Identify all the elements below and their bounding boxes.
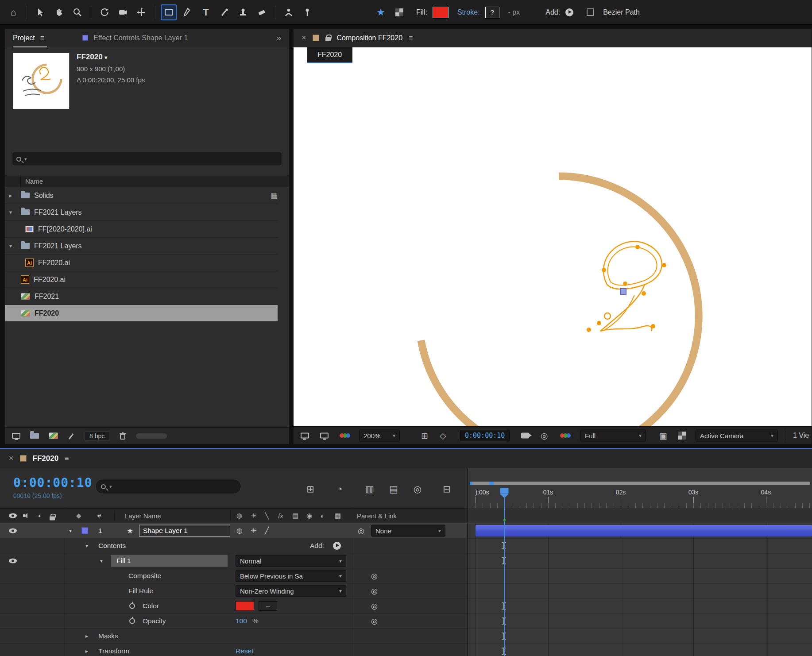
transparency-grid-button[interactable] <box>391 4 407 20</box>
timeline-tracks[interactable]: ):00s 01s 02s 03s 04s <box>468 468 812 656</box>
show-snapshot-icon[interactable]: ◎ <box>541 430 548 440</box>
quality-switch-icon[interactable]: ╲ <box>265 512 269 520</box>
close-panel-icon[interactable]: × <box>9 454 14 463</box>
project-item-ff2021-layers[interactable]: ▾ FF2021 Layers <box>5 204 278 221</box>
collapse-icon[interactable]: ▾ <box>5 243 16 249</box>
roto-brush-tool-icon[interactable] <box>281 4 297 20</box>
grid-guides-icon[interactable]: ⊞ <box>421 430 428 440</box>
masks-row[interactable]: ▸ Masks <box>0 629 467 644</box>
layer-shy-switch[interactable]: ◍ <box>236 527 243 535</box>
pen-tool-icon[interactable] <box>179 4 195 20</box>
resolution-select[interactable]: Full ▾ <box>580 429 646 441</box>
comp-name[interactable]: FF2020 ▾ <box>77 53 145 62</box>
parent-select[interactable]: None ▾ <box>371 525 445 536</box>
panel-menu-icon[interactable]: ≡ <box>65 455 69 463</box>
new-folder-icon[interactable] <box>30 433 39 439</box>
fill-rule-select[interactable]: Non-Zero Winding ▾ <box>236 585 346 597</box>
fill-row[interactable]: ▾ Fill 1 Normal ▾ <box>0 553 467 568</box>
masks-expand-icon[interactable]: ▸ <box>85 633 88 639</box>
project-item-ff2020-selected[interactable]: FF2020 <box>5 305 278 322</box>
layer-name-column-label[interactable]: Layer Name <box>125 512 161 520</box>
shy-switch-icon[interactable]: ◍ <box>236 512 242 520</box>
navigator-playhead-marker[interactable] <box>489 482 494 485</box>
time-navigator[interactable] <box>470 482 810 485</box>
comp-thumbnail[interactable] <box>13 53 70 109</box>
number-column-label[interactable]: # <box>97 512 101 520</box>
fill-name-box[interactable]: Fill 1 <box>111 555 228 567</box>
delete-icon[interactable] <box>119 432 126 440</box>
motion-blur-icon[interactable]: ◎ <box>411 482 424 496</box>
expand-icon[interactable]: ▸ <box>5 192 16 199</box>
color-depth-button[interactable]: 8 bpc <box>85 431 109 441</box>
comp-label-color[interactable] <box>20 455 27 462</box>
home-icon[interactable]: ⌂ <box>5 4 21 20</box>
channel-icon[interactable] <box>560 433 565 438</box>
new-composition-icon[interactable] <box>49 432 58 439</box>
blend-mode-select[interactable]: Normal ▾ <box>236 555 346 567</box>
rectangle-tool-icon[interactable] <box>161 4 177 20</box>
opacity-value[interactable]: 100 <box>236 617 247 625</box>
opacity-row[interactable]: Opacity 100 % ◎ <box>0 614 467 629</box>
puppet-pin-tool-icon[interactable] <box>299 4 315 20</box>
current-time-indicator-line[interactable] <box>504 498 505 656</box>
layer-expand-icon[interactable]: ▾ <box>69 528 72 534</box>
tab-effect-controls[interactable]: Effect Controls Shape Layer 1 <box>93 34 188 42</box>
layer-visibility-toggle[interactable] <box>9 528 17 533</box>
magnification-icon[interactable] <box>301 432 309 438</box>
tab-project[interactable]: Project ≡ <box>13 29 47 47</box>
collapse-switch-icon[interactable]: ☀ <box>251 512 256 520</box>
viewer-title[interactable]: Composition FF2020 <box>337 34 403 42</box>
audio-column-icon[interactable] <box>23 513 29 518</box>
parent-pick-whip-icon[interactable]: ◎ <box>358 526 364 535</box>
camera-tool-icon[interactable] <box>115 4 131 20</box>
view-layout-select[interactable]: 1 Vie <box>793 432 809 440</box>
add-shape-icon[interactable] <box>565 8 573 16</box>
fill-color-swatch[interactable] <box>433 7 449 18</box>
solo-column-icon[interactable]: ● <box>38 513 41 518</box>
transparency-grid-icon[interactable] <box>678 432 686 440</box>
comp-name-caret-icon[interactable]: ▾ <box>104 54 107 61</box>
selection-tool-icon[interactable] <box>32 4 48 20</box>
composite-select[interactable]: Below Previous in Sa ▾ <box>236 570 346 582</box>
comp-nav-tab[interactable]: FF2020 <box>307 47 352 63</box>
zoom-tool-icon[interactable] <box>70 4 85 20</box>
transform-reset-link[interactable]: Reset <box>236 647 254 655</box>
artwork[interactable] <box>294 47 812 426</box>
project-item-ff2021[interactable]: FF2021 <box>5 288 278 305</box>
footer-scrollbar[interactable] <box>136 433 167 439</box>
snapshot-icon[interactable] <box>521 432 529 438</box>
transform-row[interactable]: ▸ Transform Reset <box>0 644 467 656</box>
stopwatch-icon[interactable] <box>129 618 135 624</box>
adjust-icon[interactable] <box>68 432 75 440</box>
brush-tool-icon[interactable] <box>217 4 232 20</box>
timeline-comp-tab[interactable]: FF2020 <box>33 454 59 463</box>
timeline-search-input[interactable]: ▾ <box>95 479 241 494</box>
label-column-icon[interactable]: ◆ <box>76 512 81 520</box>
lock-icon[interactable] <box>325 37 331 41</box>
project-item-ff2020-2020-ai[interactable]: FF[2020-2020].ai <box>5 221 278 238</box>
pan-behind-tool-icon[interactable] <box>134 4 150 20</box>
stroke-label[interactable]: Stroke: <box>457 8 480 16</box>
frame-blending-icon[interactable]: ▤ <box>387 482 400 496</box>
layer-duration-bar[interactable] <box>476 525 812 536</box>
layer-row[interactable]: ▾ 1 ★ Shape Layer 1 ◍ ☀ ╱ ◎ None ▾ <box>0 523 467 538</box>
tab-overflow-icon[interactable]: » <box>276 33 281 43</box>
stereo-glasses-icon[interactable] <box>340 433 344 438</box>
navigator-start-handle[interactable] <box>470 482 472 485</box>
transform-expand-icon[interactable]: ▸ <box>85 648 88 654</box>
panel-menu-icon[interactable]: ≡ <box>40 34 44 42</box>
close-panel-icon[interactable]: × <box>302 33 306 42</box>
frame-blend-switch-icon[interactable]: ▤ <box>292 512 298 520</box>
layer-collapse-switch[interactable]: ☀ <box>251 527 257 535</box>
mask-favorite-button[interactable]: ★ <box>373 4 389 20</box>
rotate-tool-icon[interactable] <box>97 4 112 20</box>
region-of-interest-icon[interactable]: ▣ <box>659 430 667 440</box>
project-item-solids[interactable]: ▸ Solids ▦ <box>5 187 278 204</box>
color-row[interactable]: Color ↔ ◎ <box>0 598 467 614</box>
effects-switch-icon[interactable]: fx <box>278 512 283 520</box>
current-timecode[interactable]: 0:00:00:10 <box>13 475 93 490</box>
interpret-footage-icon[interactable] <box>12 433 20 439</box>
stroke-color-swatch[interactable]: ? <box>485 7 499 18</box>
comp-label-color[interactable] <box>313 35 319 41</box>
fill-visibility-toggle[interactable] <box>9 558 17 563</box>
